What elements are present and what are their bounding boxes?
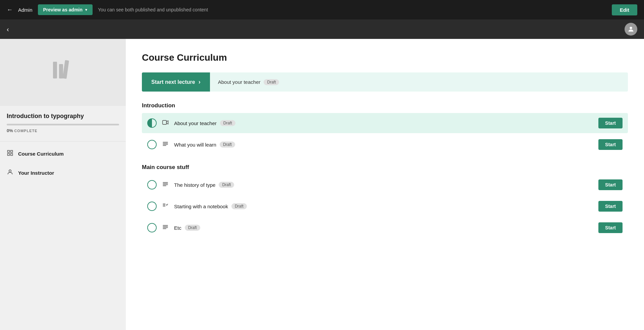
list-check-icon [162,202,169,211]
start-next-button[interactable]: Start next lecture › [142,72,210,92]
preview-label: Preview as admin [43,7,83,12]
progress-complete-label: COMPLETE [14,129,37,133]
progress-bar-container [0,122,126,127]
admin-back-button[interactable]: ← [7,6,13,13]
section-title-main-course: Main course stuff [142,164,628,171]
lecture-name: About your teacher Draft [174,120,593,126]
progress-percent: 0% [7,128,13,133]
svg-rect-7 [11,154,13,156]
svg-rect-3 [62,60,69,79]
sidebar-instructor-label: Your Instructor [18,170,54,176]
chevron-down-icon: ▾ [85,8,87,12]
lecture-progress-icon [147,140,157,149]
text-icon [162,224,169,232]
section-introduction: Introduction About your teacher Draft St… [142,102,628,155]
avatar [625,23,637,36]
sidebar-nav: Course Curriculum Your Instructor [0,144,126,182]
lecture-name: Etc Draft [174,225,593,231]
start-lecture-button[interactable]: Start [598,118,623,128]
lecture-progress-icon [147,118,157,128]
start-lecture-button[interactable]: Start [598,179,623,190]
sidebar-curriculum-label: Course Curriculum [18,151,64,157]
sidebar: Introduction to typography 0% COMPLETE C… [0,39,126,330]
edit-button[interactable]: Edit [612,4,637,15]
video-icon [162,119,169,127]
svg-rect-4 [8,151,10,153]
lecture-name: Starting with a notebook Draft [174,203,593,209]
content-area: Course Curriculum Start next lecture › A… [126,39,644,330]
grid-icon [7,150,13,158]
draft-badge: Draft [185,225,200,231]
page-title: Course Curriculum [142,52,628,63]
text-icon [162,141,169,149]
banner-lecture-title: About your teacher [218,79,261,85]
lecture-progress-icon [147,202,157,211]
section-main-course: Main course stuff The history of type Dr… [142,164,628,238]
admin-info-text: You can see both published and unpublish… [98,7,208,12]
draft-badge: Draft [220,120,235,126]
lecture-row: Etc Draft Start [142,218,628,238]
person-icon [7,169,13,177]
svg-rect-5 [11,151,13,153]
draft-badge: Draft [219,182,234,188]
course-logo-icon [50,57,76,88]
secondary-bar: ‹ [0,19,644,39]
main-wrapper: Introduction to typography 0% COMPLETE C… [0,39,644,330]
svg-rect-9 [163,120,167,124]
svg-point-0 [630,27,632,29]
lecture-row: About your teacher Draft Start [142,113,628,133]
start-lecture-button[interactable]: Start [598,201,623,212]
start-lecture-button[interactable]: Start [598,222,623,233]
start-next-label: Start next lecture [151,79,195,85]
text-icon [162,181,169,189]
admin-label: Admin [18,7,33,13]
draft-badge: Draft [231,203,247,209]
banner-draft-badge: Draft [264,79,279,85]
svg-rect-2 [59,64,63,78]
lecture-name: The history of type Draft [174,182,593,188]
lecture-progress-icon [147,223,157,232]
start-lecture-button[interactable]: Start [598,139,623,150]
arrow-right-icon: › [199,78,201,86]
draft-badge: Draft [220,142,235,148]
lecture-progress-icon [147,180,157,189]
sidebar-item-course-curriculum[interactable]: Course Curriculum [0,144,126,163]
start-next-banner: Start next lecture › About your teacher … [142,72,628,92]
progress-label: 0% COMPLETE [0,127,126,139]
banner-lecture-name: About your teacher Draft [210,79,287,85]
lecture-name: What you will learn Draft [174,142,593,148]
svg-marker-10 [166,121,168,124]
lecture-row: Starting with a notebook Draft Start [142,196,628,216]
course-title: Introduction to typography [0,106,126,122]
lecture-row: What you will learn Draft Start [142,134,628,155]
svg-rect-6 [8,154,10,156]
sidebar-item-your-instructor[interactable]: Your Instructor [0,163,126,182]
svg-point-8 [9,170,11,172]
svg-rect-1 [53,62,57,78]
progress-bar-bg [7,124,119,125]
lecture-row: The history of type Draft Start [142,175,628,195]
sidebar-divider [0,141,126,142]
sidebar-logo-area [0,39,126,106]
admin-bar: ← Admin Preview as admin ▾ You can see b… [0,0,644,19]
section-title-introduction: Introduction [142,102,628,109]
preview-dropdown-button[interactable]: Preview as admin ▾ [38,4,93,15]
back-button[interactable]: ‹ [7,25,9,33]
